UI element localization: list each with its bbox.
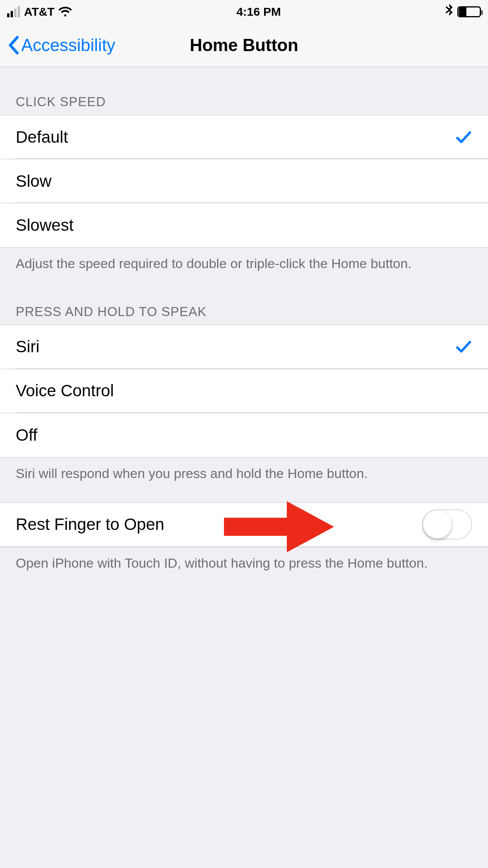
section-footer-press-hold: Siri will respond when you press and hol… (0, 458, 488, 483)
section-header-press-hold: Press and Hold to Speak (0, 289, 488, 325)
section-header-click-speed: Click Speed (0, 79, 488, 115)
back-label: Accessibility (21, 35, 116, 55)
cell-label: Voice Control (16, 381, 114, 400)
nav-bar: Accessibility Home Button (0, 24, 488, 67)
clock: 4:16 PM (237, 5, 281, 18)
checkmark-icon (455, 338, 472, 355)
status-right (446, 4, 481, 20)
section-footer-click-speed: Adjust the speed required to double or t… (0, 248, 488, 273)
option-click-speed-slow[interactable]: Slow (0, 159, 488, 203)
cell-label: Slowest (16, 216, 73, 235)
battery-icon (457, 6, 481, 17)
status-left: AT&T (7, 5, 72, 18)
back-button[interactable]: Accessibility (0, 35, 116, 55)
checkmark-icon (455, 129, 472, 146)
status-bar: AT&T 4:16 PM (0, 0, 488, 24)
chevron-left-icon (7, 36, 19, 55)
group-click-speed: Default Slow Slowest (0, 115, 488, 248)
cell-label: Siri (16, 337, 40, 356)
rest-finger-switch[interactable] (422, 509, 472, 540)
cellular-signal-icon (7, 6, 20, 17)
wifi-icon (59, 7, 72, 17)
row-rest-finger: Rest Finger to Open (0, 503, 488, 547)
option-press-hold-voice-control[interactable]: Voice Control (0, 369, 488, 413)
cell-label: Default (16, 128, 68, 147)
option-press-hold-siri[interactable]: Siri (0, 325, 488, 369)
bluetooth-icon (446, 4, 453, 20)
cell-label: Slow (16, 172, 51, 191)
option-press-hold-off[interactable]: Off (0, 413, 488, 457)
cell-label: Rest Finger to Open (16, 515, 164, 534)
group-press-hold: Siri Voice Control Off (0, 325, 488, 458)
section-footer-rest-finger: Open iPhone with Touch ID, without havin… (0, 547, 488, 572)
carrier-label: AT&T (24, 5, 55, 18)
option-click-speed-default[interactable]: Default (0, 115, 488, 159)
group-rest-finger: Rest Finger to Open (0, 502, 488, 547)
option-click-speed-slowest[interactable]: Slowest (0, 203, 488, 247)
cell-label: Off (16, 426, 37, 445)
